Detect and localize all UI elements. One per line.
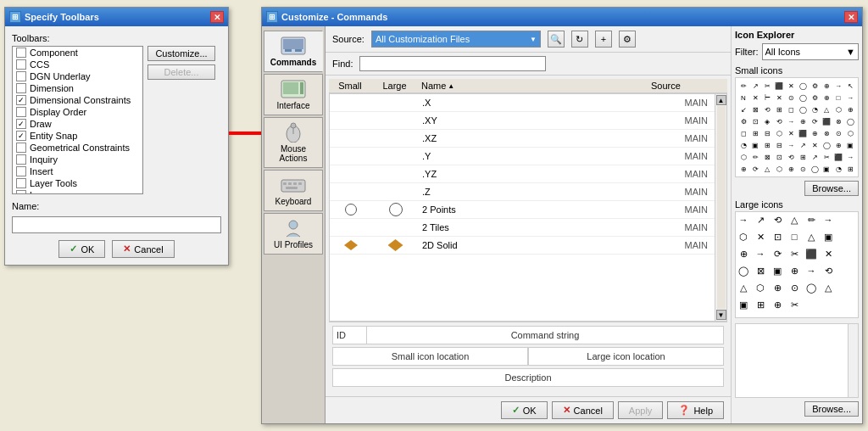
tab-mouse-actions[interactable]: Mouse Actions [264, 117, 323, 168]
small-icon-cell[interactable]: ⚙ [737, 115, 749, 127]
toolbar-listbox-item[interactable]: Insert [13, 165, 142, 177]
toolbar-checkbox[interactable] [16, 131, 26, 141]
small-icon-cell[interactable]: ⊞ [797, 151, 809, 163]
small-icon-cell[interactable]: △ [761, 163, 773, 175]
small-icon-cell[interactable]: ✂ [821, 151, 832, 163]
small-icon-cell[interactable]: △ [821, 104, 832, 115]
small-icon-cell[interactable]: ◻ [785, 104, 797, 115]
small-icon-cell[interactable]: ↗ [749, 80, 761, 92]
large-icon-cell[interactable]: ⬛ [805, 248, 817, 260]
toolbar-listbox-item[interactable]: Layer [13, 189, 142, 194]
small-icon-cell[interactable]: ⊞ [773, 104, 785, 115]
command-row[interactable]: 2 PointsMAIN [330, 201, 715, 219]
large-icon-cell[interactable]: ▣ [737, 299, 749, 311]
small-icon-cell[interactable]: ↙ [737, 104, 749, 115]
command-row[interactable]: .YZMAIN [330, 165, 715, 183]
small-icon-cell[interactable]: ↗ [809, 151, 821, 163]
small-icon-cell[interactable]: ⬡ [737, 151, 749, 163]
toolbar-checkbox[interactable] [16, 143, 26, 153]
small-icon-cell[interactable]: ⊟ [773, 139, 785, 151]
small-icon-cell[interactable]: → [832, 80, 844, 92]
command-row[interactable]: .XYMAIN [330, 112, 715, 130]
small-icon-cell[interactable]: ▣ [821, 163, 832, 175]
large-icon-cell[interactable]: ✏ [805, 214, 817, 226]
toolbar-checkbox[interactable] [16, 83, 26, 93]
large-icon-cell[interactable]: → [822, 214, 834, 226]
small-icon-cell[interactable]: ⟳ [749, 163, 761, 175]
command-row[interactable]: 2 TilesMAIN [330, 219, 715, 237]
small-icon-cell[interactable]: ◔ [832, 163, 844, 175]
large-icon-cell[interactable]: ⊙ [788, 282, 800, 294]
small-icon-cell[interactable]: N [737, 92, 749, 104]
name-input[interactable] [12, 216, 221, 233]
small-icon-cell[interactable]: ↖ [844, 80, 856, 92]
small-icon-cell[interactable]: ⊙ [797, 163, 809, 175]
large-browse-button[interactable]: Browse... [804, 401, 859, 417]
small-icon-cell[interactable]: ▣ [749, 139, 761, 151]
toolbar-checkbox[interactable] [16, 71, 26, 81]
large-icon-cell[interactable]: ⊕ [771, 282, 783, 294]
small-icon-cell[interactable]: ⊞ [844, 163, 856, 175]
toolbar-checkbox[interactable] [16, 119, 26, 129]
large-icon-cell[interactable]: △ [737, 282, 749, 294]
small-icon-cell[interactable]: ⬡ [773, 127, 785, 139]
source-add-icon-btn[interactable]: + [595, 31, 612, 48]
toolbar-listbox-item[interactable]: DGN Underlay [13, 70, 142, 82]
small-icon-cell[interactable]: ✕ [749, 92, 761, 104]
small-icon-cell[interactable]: ⊕ [821, 80, 832, 92]
large-icon-cell[interactable]: ⊡ [771, 231, 783, 243]
small-icon-cell[interactable]: ✏ [749, 151, 761, 163]
small-icon-cell[interactable]: ⚙ [809, 92, 821, 104]
find-input[interactable] [359, 56, 546, 71]
small-icon-cell[interactable]: ✏ [737, 80, 749, 92]
large-icon-cell[interactable]: ✂ [788, 299, 800, 311]
small-icon-cell[interactable]: ◻ [737, 127, 749, 139]
small-icon-cell[interactable]: → [785, 139, 797, 151]
large-icon-cell[interactable]: ⟳ [771, 248, 783, 260]
tab-ui-profiles[interactable]: UI Profiles [264, 213, 323, 255]
toolbar-listbox-item[interactable]: Dimension [13, 82, 142, 94]
small-icon-cell[interactable]: ⟲ [761, 104, 773, 115]
large-icon-cell[interactable]: □ [788, 231, 800, 243]
small-icon-cell[interactable]: ⬛ [832, 151, 844, 163]
large-icon-cell[interactable]: ⟲ [771, 214, 783, 226]
customize-apply-button[interactable]: Apply [618, 401, 664, 419]
large-icons-scrollbar[interactable] [848, 324, 858, 397]
large-icon-cell[interactable]: ◯ [805, 282, 817, 294]
large-icon-cell[interactable]: ⊕ [788, 265, 800, 277]
toolbar-listbox-item[interactable]: Geometrical Constraints [13, 142, 142, 154]
large-icon-cell[interactable]: ◯ [737, 265, 749, 277]
small-icon-cell[interactable]: ✕ [785, 127, 797, 139]
toolbars-listbox[interactable]: ComponentCCSDGN UnderlayDimensionDimensi… [12, 46, 143, 194]
large-icon-cell[interactable]: → [754, 248, 766, 260]
large-icon-cell[interactable]: → [737, 214, 749, 226]
small-icon-cell[interactable]: ⊕ [809, 127, 821, 139]
command-row[interactable]: .XZMAIN [330, 130, 715, 148]
customize-button[interactable]: Customize... [147, 46, 215, 61]
small-icon-cell[interactable]: □ [832, 92, 844, 104]
small-icon-cell[interactable]: ◔ [809, 104, 821, 115]
toolbar-checkbox[interactable] [16, 154, 26, 165]
small-icon-cell[interactable]: ⊢ [761, 92, 773, 104]
customize-help-button[interactable]: ❓ Help [667, 401, 724, 419]
small-icon-cell[interactable]: ✕ [809, 139, 821, 151]
small-icon-cell[interactable]: → [844, 92, 856, 104]
toolbars-ok-button[interactable]: ✓ OK [58, 240, 105, 258]
large-icon-cell[interactable]: ▣ [822, 231, 834, 243]
small-icon-cell[interactable]: ⊡ [749, 115, 761, 127]
small-icon-cell[interactable]: ⊕ [785, 163, 797, 175]
large-icon-cell[interactable]: △ [805, 231, 817, 243]
small-icon-cell[interactable]: ✕ [773, 92, 785, 104]
small-icon-cell[interactable]: ⊕ [844, 104, 856, 115]
large-icon-cell[interactable]: ⊠ [754, 265, 766, 277]
command-row[interactable]: 2D SolidMAIN [330, 237, 715, 255]
small-icon-cell[interactable]: ◯ [797, 92, 809, 104]
small-icon-cell[interactable]: ⊕ [737, 163, 749, 175]
small-icon-cell[interactable]: ⊟ [761, 127, 773, 139]
small-icon-cell[interactable]: ↗ [797, 139, 809, 151]
command-row[interactable]: .XMAIN [330, 94, 715, 112]
small-icon-cell[interactable]: ⟲ [785, 151, 797, 163]
toolbar-checkbox[interactable] [16, 166, 26, 176]
command-row[interactable]: .YMAIN [330, 148, 715, 165]
small-icon-cell[interactable]: ⊠ [761, 151, 773, 163]
